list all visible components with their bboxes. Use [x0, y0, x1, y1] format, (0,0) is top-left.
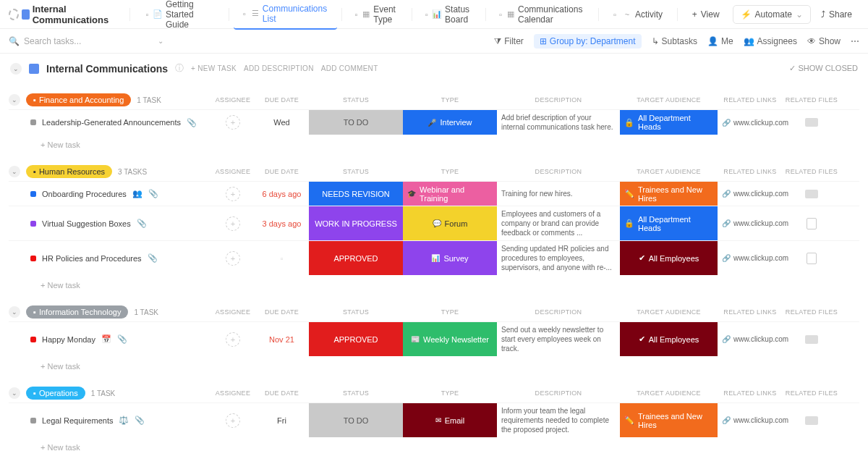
audience-cell[interactable]: ✔All Employees: [620, 322, 718, 356]
group-pill[interactable]: ▪Information Technology: [26, 305, 128, 319]
file-thumbnail[interactable]: [805, 118, 818, 127]
group-collapse-icon[interactable]: ⌄: [9, 306, 20, 318]
description-cell[interactable]: Employees and customers of a company or …: [497, 206, 620, 240]
task-name-cell[interactable]: Happy Monday📅📎: [9, 322, 211, 356]
show-button[interactable]: 👁Show: [807, 36, 841, 46]
assignee-placeholder-icon[interactable]: +: [226, 413, 240, 428]
type-cell[interactable]: 📰Weekly Newsletter: [403, 322, 497, 356]
description-cell[interactable]: Training for new hires.: [497, 182, 620, 206]
share-button[interactable]: ⤴Share: [814, 6, 859, 23]
due-date-cell[interactable]: Fri: [255, 403, 309, 437]
collapse-icon[interactable]: ⌄: [10, 63, 22, 75]
audience-cell[interactable]: 🔒All Department Heads: [620, 110, 718, 135]
file-cell[interactable]: [783, 206, 841, 240]
more-icon[interactable]: ⋯: [851, 36, 859, 46]
task-row[interactable]: Legal Requirements⚖️📎+FriTO DO✉EmailInfo…: [9, 402, 859, 437]
show-closed-button[interactable]: ✓ SHOW CLOSED: [789, 64, 858, 73]
attachment-icon[interactable]: 📎: [187, 118, 197, 127]
subtasks-button[interactable]: ↳Subtasks: [652, 36, 697, 46]
tab-activity[interactable]: ▫~Activity: [603, 5, 670, 24]
groupby-button[interactable]: ⊞Group by: Department: [534, 34, 642, 49]
type-cell[interactable]: 📊Survey: [403, 241, 497, 275]
description-cell[interactable]: Inform your team the legal requirements …: [497, 403, 620, 437]
new-task-row[interactable]: + New task: [9, 437, 859, 451]
info-icon[interactable]: ⓘ: [175, 62, 184, 75]
group-collapse-icon[interactable]: ⌄: [9, 166, 20, 177]
group-pill[interactable]: ▪Operations: [26, 387, 85, 400]
assignee-cell[interactable]: +: [211, 322, 255, 356]
type-cell[interactable]: 🎤Interview: [403, 110, 497, 135]
type-cell[interactable]: 🎓Webinar and Training: [403, 182, 497, 206]
task-row[interactable]: Happy Monday📅📎+Nov 21APPROVED📰Weekly New…: [9, 321, 859, 356]
tab-communications-calendar[interactable]: ▫▦Communications Calendar: [490, 0, 594, 29]
assignee-cell[interactable]: +: [211, 403, 255, 437]
group-pill[interactable]: ▪Human Resources: [26, 165, 112, 178]
assignee-placeholder-icon[interactable]: +: [226, 251, 240, 266]
assignee-placeholder-icon[interactable]: +: [226, 332, 240, 347]
filter-button[interactable]: ⧩Filter: [494, 36, 524, 46]
assignee-cell[interactable]: +: [211, 206, 255, 240]
status-cell[interactable]: TO DO: [309, 403, 403, 437]
link-cell[interactable]: 🔗www.clickup.com: [718, 206, 783, 240]
search-input[interactable]: 🔍 Search tasks... ⌄: [9, 36, 487, 46]
assignee-cell[interactable]: +: [211, 110, 255, 135]
audience-cell[interactable]: 🔒All Department Heads: [620, 206, 718, 240]
group-collapse-icon[interactable]: ⌄: [9, 94, 20, 106]
description-cell[interactable]: Send out a weekly newsletter to start ev…: [497, 322, 620, 356]
add-comment-button[interactable]: ADD COMMENT: [321, 64, 378, 72]
file-cell[interactable]: [783, 241, 841, 275]
attachment-icon[interactable]: 📎: [135, 416, 145, 425]
new-task-row[interactable]: + New task: [9, 356, 859, 376]
description-cell[interactable]: Sending updated HR policies and procedur…: [497, 241, 620, 275]
type-cell[interactable]: 💬Forum: [403, 206, 497, 240]
me-button[interactable]: 👤Me: [707, 36, 733, 46]
link-cell[interactable]: 🔗www.clickup.com: [718, 182, 783, 206]
due-date-cell[interactable]: ▫: [255, 241, 309, 275]
group-pill[interactable]: ▪Finance and Accounting: [26, 93, 131, 106]
status-cell[interactable]: APPROVED: [309, 241, 403, 275]
assignee-placeholder-icon[interactable]: +: [226, 115, 240, 130]
due-date-cell[interactable]: Wed: [255, 110, 309, 135]
task-name-cell[interactable]: HR Policies and Procedures📎: [9, 241, 211, 275]
workspace-title[interactable]: Internal Communications: [33, 4, 122, 25]
tab-event-type[interactable]: ▫▦Event Type: [346, 0, 408, 29]
link-cell[interactable]: 🔗www.clickup.com: [718, 322, 783, 356]
task-row[interactable]: Leadership-Generated Announcements📎+WedT…: [9, 109, 859, 135]
due-date-cell[interactable]: Nov 21: [255, 322, 309, 356]
link-cell[interactable]: 🔗www.clickup.com: [718, 110, 783, 135]
file-cell[interactable]: [783, 182, 841, 206]
due-date-cell[interactable]: 6 days ago: [255, 182, 309, 206]
task-name-cell[interactable]: Virtual Suggestion Boxes📎: [9, 206, 211, 240]
audience-cell[interactable]: ✏️Trainees and New Hires: [620, 403, 718, 437]
attachment-icon[interactable]: 📎: [148, 189, 158, 198]
file-icon[interactable]: [807, 253, 817, 264]
audience-cell[interactable]: ✏️Trainees and New Hires: [620, 182, 718, 206]
link-cell[interactable]: 🔗www.clickup.com: [718, 241, 783, 275]
assignee-cell[interactable]: +: [211, 182, 255, 206]
new-task-button[interactable]: + NEW TASK: [191, 64, 237, 72]
file-thumbnail[interactable]: [805, 190, 818, 198]
file-icon[interactable]: [807, 218, 817, 229]
assignee-placeholder-icon[interactable]: +: [226, 216, 240, 231]
due-date-cell[interactable]: 3 days ago: [255, 206, 309, 240]
file-cell[interactable]: [783, 322, 841, 356]
attachment-icon[interactable]: 📎: [117, 334, 127, 344]
new-task-row[interactable]: + New task: [9, 275, 859, 295]
file-cell[interactable]: [783, 110, 841, 135]
assignee-cell[interactable]: +: [211, 241, 255, 275]
task-name-cell[interactable]: Legal Requirements⚖️📎: [9, 403, 211, 437]
assignees-button[interactable]: 👥Assignees: [744, 36, 797, 46]
status-cell[interactable]: APPROVED: [309, 322, 403, 356]
task-row[interactable]: Onboarding Procedures👥📎+6 days agoNEEDS …: [9, 181, 859, 206]
tab-status-board[interactable]: ▫📊Status Board: [417, 0, 481, 29]
automate-button[interactable]: ⚡Automate⌄: [733, 5, 811, 24]
tab-getting-started-guide[interactable]: ▫📄Getting Started Guide: [137, 0, 224, 34]
file-cell[interactable]: [783, 403, 841, 437]
status-cell[interactable]: NEEDS REVISION: [309, 182, 403, 206]
description-cell[interactable]: Add brief description of your internal c…: [497, 110, 620, 135]
file-thumbnail[interactable]: [805, 416, 818, 425]
task-row[interactable]: HR Policies and Procedures📎+▫APPROVED📊Su…: [9, 240, 859, 275]
task-row[interactable]: Virtual Suggestion Boxes📎+3 days agoWORK…: [9, 206, 859, 240]
add-view-button[interactable]: +View: [685, 5, 727, 24]
task-name-cell[interactable]: Leadership-Generated Announcements📎: [9, 110, 211, 135]
